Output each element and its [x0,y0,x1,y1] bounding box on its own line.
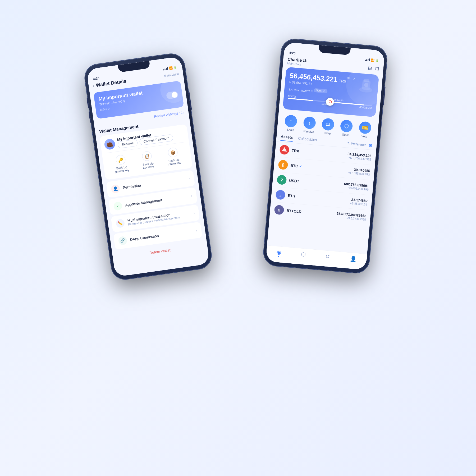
backup-key-label: Back Up private key [115,165,129,173]
btt-coin-icon: B [274,205,284,215]
approval-text: Approval Management [125,194,188,207]
crypto-illustration [356,76,376,96]
wifi-icon: 📶 [169,66,173,70]
asset-list: TRX 34,234,453.126 ≈$ 2,760,842.982 ₿ [270,142,376,224]
wallet-details-screen: 4:20 📶 🔋 ‹ [86,56,210,277]
permission-text: Permission [122,177,186,190]
nav-profile[interactable]: 👤 [350,255,357,264]
signal-icon [163,67,168,70]
btt-value: 2648771.04328662 ≈$ 6.77419355 [336,211,367,221]
energy-stat: Energy 37/60 [287,94,329,106]
expand-icon[interactable]: ↗ [352,76,355,81]
tab-assets[interactable]: Assets [280,134,293,142]
usdt-coin-icon: ₮ [277,175,287,185]
btt-name-col: BTTOLD [286,208,334,217]
wallet-avatar: 💼 [104,138,116,150]
vote-icon: 🎫 [359,121,372,134]
right-phone-screen: 4:20 📶 🔋 [266,42,385,270]
svg-rect-2 [364,79,369,82]
wallet-management-name: My important wallet Rename Change Passwo… [117,130,174,149]
receive-label: Receive [303,129,314,133]
copy-address-icon[interactable]: ⎘ [123,99,125,103]
multisig-arrow: › [193,211,195,215]
receive-icon: ↓ [303,116,316,129]
right-wifi-icon: 📶 [371,58,375,62]
backup-row: 🔑 Back Up private key 📋 Back Up keystore… [106,144,189,176]
trx-name-col: TRX [292,148,345,157]
balance-card: 👁 ↗ 56,456,453.221 TRX ≈ $3,951,951.71 T… [283,67,379,117]
backup-keystore-icon: 📋 [141,151,152,162]
swap-action[interactable]: ⇄ Swap [321,118,335,135]
backup-key-icon: 🔑 [115,154,126,165]
multisig-icon: ✏️ [116,219,125,228]
visibility-icon[interactable]: 👁 [347,76,351,80]
wallet-type-badge: Non-HD [314,88,328,93]
dapp-icon: 🔗 [118,236,127,245]
send-icon: ↑ [284,115,298,128]
usdt-name-col: USDT [289,178,342,187]
back-button[interactable]: ‹ [93,83,95,88]
sun-name: SUNOLD [285,223,333,224]
balance-actions: 👁 ↗ [347,76,355,81]
swap-icon: ⇄ [322,118,335,131]
usdt-value: 602,786.035091 ≈$ 606,000.199 [344,182,369,191]
right-status-icons: 📶 🔋 [365,58,379,62]
permission-icon: 👤 [111,184,120,194]
right-signal-icon [365,58,370,61]
stake-action[interactable]: ⬡ Stake [340,120,353,137]
nav-history[interactable]: ↺ [325,253,330,262]
send-action[interactable]: ↑ Send [284,115,298,132]
phone-right: 4:20 📶 🔋 [263,38,388,274]
backup-keystore[interactable]: 📋 Back Up keystore [141,151,154,170]
dapp-arrow: › [196,228,198,232]
balance-symbol: TRX [339,79,346,83]
preference-button[interactable]: ⇅ Preference [347,141,367,147]
eth-name-col: ETH [288,193,348,203]
permission-arrow: › [188,176,190,181]
swap-label: Swap [323,131,331,135]
svg-text:B: B [278,208,281,212]
backup-mnemonic-label: Back Up mnemonic [167,158,181,166]
approval-arrow: › [191,194,193,198]
trx-value: 34,234,453.126 ≈$ 2,760,842.982 [347,152,372,161]
btc-coin-icon: ₿ [278,160,288,170]
wallet-toggle[interactable] [166,91,178,99]
copy-addr-icon[interactable]: ⎘ [311,90,313,93]
trx-coin-icon [279,145,290,155]
vote-action[interactable]: 🎫 Vote [358,121,372,139]
left-phone-screen: 4:20 📶 🔋 ‹ [86,56,210,277]
tron-icon: ⬡ [328,99,332,104]
vote-label: Vote [361,135,367,138]
stake-icon: ⬡ [340,120,353,133]
multisig-text: Multi-signature transaction Request or p… [127,210,191,226]
phone-left: 4:20 📶 🔋 ‹ [83,52,213,281]
backup-mnemonic-icon: 📦 [167,147,178,158]
receive-header-icon[interactable]: ⊞ [368,65,372,71]
eth-name: ETH [288,193,348,203]
receive-action[interactable]: ↓ Receive [303,116,316,134]
btc-value: 30.810455 ≈$ 1555,934.813 [348,167,370,176]
add-asset-icon[interactable]: ⊕ [368,142,373,148]
nav-discover[interactable]: ⬡ [301,251,306,259]
backup-private-key[interactable]: 🔑 Back Up private key [113,154,130,173]
btc-name: BTC ✓ [290,163,346,172]
eth-value: 21.174682 ≈$ 85,885.35 [350,198,368,206]
tab-actions: ⇅ Preference ⊕ [347,140,373,148]
usdt-name: USDT [289,178,342,187]
nav-assets-icon: ◉ [276,249,281,255]
left-status-icons: 📶 🔋 [163,66,177,71]
trx-name: TRX [292,148,345,157]
tab-collectibles[interactable]: Collectibles [298,136,317,144]
header-icons: ⊞ ⊡ [368,65,379,72]
btc-verified-icon: ✓ [299,164,302,168]
right-time: 4:20 [289,51,296,55]
left-time: 4:20 [93,76,100,81]
scan-icon[interactable]: ⊡ [375,66,379,72]
eth-coin-icon: Ξ [275,190,286,200]
btc-name-col: BTC ✓ [290,163,346,172]
nav-assets-dot [278,256,279,257]
svg-text:₿: ₿ [282,163,284,167]
battery-icon: 🔋 [173,66,177,69]
nav-assets[interactable]: ◉ [276,249,281,257]
backup-mnemonic[interactable]: 📦 Back Up mnemonic [166,147,181,166]
